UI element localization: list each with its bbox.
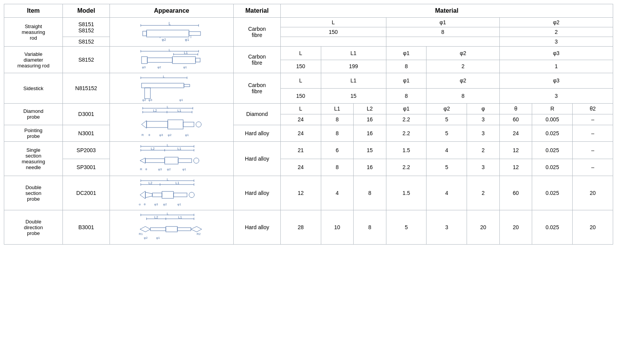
dp-phi-hdr: φ xyxy=(467,104,500,114)
dp-L-hdr: L xyxy=(280,104,321,114)
header-item: Item xyxy=(4,4,63,18)
pp-phi-val: 3 xyxy=(467,125,500,141)
table-row: Doublesectionprobe DC2001 L L2 xyxy=(4,176,613,210)
svg-text:L: L xyxy=(167,105,169,109)
spec-L-val-150: 150 xyxy=(280,27,386,37)
ds-L-val: 12 xyxy=(280,176,321,210)
model-n3001: N3001 xyxy=(63,125,110,141)
svg-text:L: L xyxy=(167,178,169,181)
spec-199: 199 xyxy=(321,60,386,73)
item-single-section: Singlesectionmeasuringneedle xyxy=(4,142,63,176)
svg-point-51 xyxy=(196,122,201,127)
svg-rect-7 xyxy=(147,30,189,37)
dp-phi1-hdr: φ1 xyxy=(386,104,427,114)
item-pointing-probe: Pointingprobe xyxy=(4,125,63,141)
appearance-sidestick: L φ2 φ3 φ1 xyxy=(110,73,233,104)
svg-text:L: L xyxy=(169,48,170,52)
svg-text:L: L xyxy=(169,22,171,26)
ss-phi2-val-2: 5 xyxy=(427,159,467,176)
appearance-single-section: L L2 L1 xyxy=(110,142,233,176)
svg-text:φ1: φ1 xyxy=(177,203,181,206)
svg-text:φ2: φ2 xyxy=(168,133,172,137)
dp-L1-val: 8 xyxy=(321,114,354,125)
ss-phi-val-1: 2 xyxy=(467,142,500,159)
ds-L2-val: 8 xyxy=(354,176,386,210)
spec-phi2-hdr2: φ2 xyxy=(427,47,499,60)
dp-R-hdr: R xyxy=(532,104,573,114)
table-row: Diamondprobe D3001 L L2 L1 xyxy=(4,104,613,114)
dp-theta-val: 60 xyxy=(499,114,532,125)
ds-phi1-val: 1.5 xyxy=(386,176,427,210)
appearance-double-direction: L L2 L1 φ2 xyxy=(110,210,233,245)
svg-rect-6 xyxy=(143,31,147,36)
svg-marker-111 xyxy=(140,226,150,232)
pp-L1-val: 8 xyxy=(321,125,354,141)
dp-phi-val: 3 xyxy=(467,114,500,125)
table-row: Singlesectionmeasuringneedle SP2003 L L2 xyxy=(4,142,613,159)
ss-L2-val-2: 16 xyxy=(354,159,386,176)
dd-L-val: 28 xyxy=(280,210,321,245)
spec-L-hdr: L xyxy=(280,47,321,60)
svg-marker-47 xyxy=(142,121,147,128)
dp-theta2-hdr: θ2 xyxy=(573,104,613,114)
ds-theta-val: 60 xyxy=(499,176,532,210)
dd-R-val: 0.025 xyxy=(532,210,573,245)
header-material-label: Material xyxy=(234,4,281,18)
svg-text:θ: θ xyxy=(148,133,150,137)
material-carbon-fibre-3: Carbonfibre xyxy=(234,73,281,104)
svg-text:L2: L2 xyxy=(153,109,157,112)
svg-rect-93 xyxy=(174,193,187,197)
svg-text:R: R xyxy=(142,133,144,137)
svg-text:φ1: φ1 xyxy=(182,168,186,171)
dd-L1-val: 10 xyxy=(321,210,354,245)
item-variable-rod: Variablediametermeasuring rod xyxy=(4,47,63,73)
ss-R-val-1: 0.025 xyxy=(532,142,573,159)
material-hard-alloy-1: Hard alloy xyxy=(234,125,281,141)
ss-L-val-2: 24 xyxy=(280,159,321,176)
svg-rect-50 xyxy=(183,122,194,127)
spec-8-ss: 8 xyxy=(386,88,427,104)
svg-text:L1: L1 xyxy=(177,109,181,112)
ss-phi1-val-2: 2.2 xyxy=(386,159,427,176)
spec-phi3-hdr-ss: φ3 xyxy=(499,73,613,89)
ss-theta-val-1: 12 xyxy=(499,142,532,159)
svg-rect-48 xyxy=(147,121,168,127)
table-row: Straightmeasuringrod S8151S8152 L φ2 φ1 xyxy=(4,18,613,27)
table-row: Doubledirectionprobe B3001 L L2 xyxy=(4,210,613,245)
svg-text:L2: L2 xyxy=(148,181,152,185)
main-header-row: Item Model Appearance Material Material xyxy=(4,4,613,18)
ss-L2-val-1: 15 xyxy=(354,142,386,159)
spec-L-val-empty xyxy=(280,37,386,47)
svg-rect-19 xyxy=(142,57,147,64)
material-diamond: Diamond xyxy=(234,104,281,125)
svg-rect-70 xyxy=(165,157,178,164)
spec-phi1-header: φ1 xyxy=(386,18,499,27)
spec-phi2-hdr-ss: φ2 xyxy=(427,73,499,89)
model-sp2003: SP2003 xyxy=(63,142,110,159)
spec-L1-hdr: L1 xyxy=(321,47,386,60)
model-s8152-2: S8152 xyxy=(63,37,110,47)
svg-rect-21 xyxy=(172,57,196,64)
svg-text:φ2: φ2 xyxy=(163,203,167,206)
svg-rect-69 xyxy=(145,159,165,163)
table-row: Sidestick N815152 L φ2 φ3 xyxy=(4,73,613,89)
svg-text:L: L xyxy=(167,143,169,147)
pp-L-val: 24 xyxy=(280,125,321,141)
item-double-section: Doublesectionprobe xyxy=(4,176,63,210)
ds-theta2-val: 20 xyxy=(573,176,613,210)
ss-theta2-val-2: – xyxy=(573,159,613,176)
dp-L2-val: 16 xyxy=(354,114,386,125)
table-row: Variablediametermeasuring rod S8152 L L1 xyxy=(4,47,613,60)
dd-L2-val: 8 xyxy=(354,210,386,245)
spec-phi3-hdr: φ3 xyxy=(499,47,613,60)
dp-R-val: 0.005 xyxy=(532,114,573,125)
spec-phi1-hdr2: φ1 xyxy=(386,47,427,60)
svg-point-94 xyxy=(189,192,194,198)
svg-text:φ1: φ1 xyxy=(183,65,187,69)
svg-rect-114 xyxy=(177,228,191,231)
ss-L1-val-2: 8 xyxy=(321,159,354,176)
svg-text:L1: L1 xyxy=(178,215,182,219)
spec-phi1-hdr-ss: φ1 xyxy=(386,73,427,89)
svg-rect-91 xyxy=(152,193,162,197)
svg-text:L2: L2 xyxy=(151,147,155,151)
